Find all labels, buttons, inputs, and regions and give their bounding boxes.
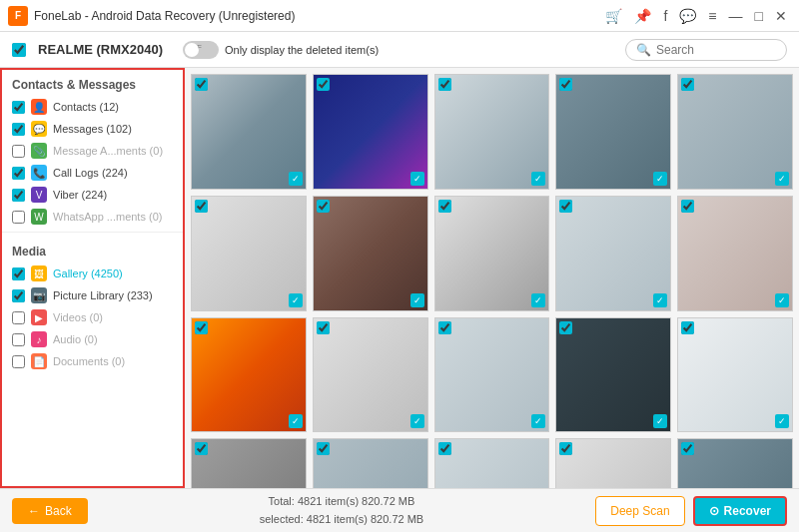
whatsapp-checkbox[interactable]	[12, 211, 25, 224]
photo-item-6[interactable]: ✓	[191, 196, 307, 311]
photo-checkbox-20[interactable]	[681, 442, 694, 455]
audio-checkbox[interactable]	[12, 333, 25, 346]
documents-checkbox[interactable]	[12, 355, 25, 368]
photo-check-indicator: ✓	[653, 293, 667, 307]
picture-library-checkbox[interactable]	[12, 289, 25, 302]
device-checkbox[interactable]	[12, 43, 26, 57]
messages-checkbox[interactable]	[12, 123, 25, 136]
photo-item-16[interactable]: ✓	[191, 438, 307, 488]
main-content: Contacts & Messages 👤 Contacts (12) 💬 Me…	[0, 68, 799, 488]
message-attachments-checkbox[interactable]	[12, 145, 25, 158]
cart-icon[interactable]: 🛒	[601, 6, 626, 26]
title-bar: F FoneLab - Android Data Recovery (Unreg…	[0, 0, 799, 32]
photo-checkbox-19[interactable]	[559, 442, 572, 455]
recover-button[interactable]: ⊙ Recover	[693, 496, 787, 526]
maximize-icon[interactable]: □	[751, 6, 767, 26]
search-input[interactable]	[656, 43, 776, 57]
photo-item-12[interactable]: ✓	[313, 317, 428, 433]
sidebar-item-contacts[interactable]: 👤 Contacts (12)	[2, 96, 183, 118]
menu-icon[interactable]: ≡	[704, 6, 720, 26]
photo-item-2[interactable]: ✓	[313, 74, 428, 190]
photo-item-17[interactable]: ✓	[313, 438, 428, 488]
photo-thumbnail	[314, 439, 427, 488]
photo-check-indicator: ✓	[653, 414, 667, 428]
photo-item-10[interactable]: ✓	[677, 196, 793, 311]
sidebar-item-picture-library[interactable]: 📷 Picture Library (233)	[2, 284, 183, 306]
photo-check-indicator: ✓	[531, 293, 545, 307]
photo-thumbnail	[556, 439, 670, 488]
toggle-description: Only display the deleted item(s)	[225, 44, 379, 56]
photo-checkbox-4[interactable]	[559, 78, 572, 91]
sidebar: Contacts & Messages 👤 Contacts (12) 💬 Me…	[0, 68, 185, 488]
photo-item-13[interactable]: ✓	[434, 317, 550, 433]
photo-checkbox-17[interactable]	[317, 442, 330, 455]
documents-label: Documents (0)	[53, 355, 125, 367]
back-button[interactable]: ← Back	[12, 498, 88, 524]
photo-checkbox-14[interactable]	[559, 321, 572, 334]
photo-checkbox-18[interactable]	[438, 442, 451, 455]
photo-item-14[interactable]: ✓	[555, 317, 671, 433]
photo-checkbox-7[interactable]	[317, 200, 330, 213]
photo-item-9[interactable]: ✓	[555, 196, 671, 311]
picture-library-label: Picture Library (233)	[53, 289, 153, 301]
gallery-checkbox[interactable]	[12, 267, 25, 280]
sidebar-item-videos[interactable]: ▶ Videos (0)	[2, 306, 183, 328]
call-logs-checkbox[interactable]	[12, 167, 25, 180]
photo-checkbox-12[interactable]	[317, 321, 330, 334]
photo-checkbox-8[interactable]	[438, 200, 451, 213]
search-icon: 🔍	[636, 43, 651, 57]
sidebar-item-documents[interactable]: 📄 Documents (0)	[2, 350, 183, 372]
audio-icon: ♪	[31, 331, 47, 347]
photo-item-15[interactable]: ✓	[677, 317, 793, 433]
sidebar-item-messages[interactable]: 💬 Messages (102)	[2, 118, 183, 140]
contacts-checkbox[interactable]	[12, 101, 25, 114]
facebook-icon[interactable]: f	[659, 6, 671, 26]
search-box[interactable]: 🔍	[625, 39, 787, 61]
photo-checkbox-9[interactable]	[559, 200, 572, 213]
sidebar-item-gallery[interactable]: 🖼 Gallery (4250)	[2, 263, 183, 284]
photo-thumbnail	[435, 439, 549, 488]
photo-checkbox-10[interactable]	[681, 200, 694, 213]
app-title: FoneLab - Android Data Recovery (Unregis…	[34, 9, 295, 23]
documents-icon: 📄	[31, 353, 47, 369]
photo-item-18[interactable]: ✓	[434, 438, 550, 488]
photo-checkbox-2[interactable]	[317, 78, 330, 91]
viber-label: Viber (224)	[53, 189, 107, 201]
photo-item-3[interactable]: ✓	[434, 74, 550, 190]
bottom-right-buttons: Deep Scan ⊙ Recover	[595, 496, 787, 526]
viber-checkbox[interactable]	[12, 189, 25, 202]
photo-item-7[interactable]: ✓	[313, 196, 428, 311]
photo-item-8[interactable]: ✓	[434, 196, 550, 311]
photo-checkbox-5[interactable]	[681, 78, 694, 91]
photo-item-20[interactable]: ✓	[677, 438, 793, 488]
sidebar-item-call-logs[interactable]: 📞 Call Logs (224)	[2, 162, 183, 184]
sidebar-item-audio[interactable]: ♪ Audio (0)	[2, 328, 183, 350]
photo-check-indicator: ✓	[410, 172, 424, 186]
photo-checkbox-15[interactable]	[681, 321, 694, 334]
call-logs-label: Call Logs (224)	[53, 167, 128, 179]
photo-item-1[interactable]: ✓	[191, 74, 307, 190]
videos-checkbox[interactable]	[12, 311, 25, 324]
sidebar-item-viber[interactable]: V Viber (224)	[2, 184, 183, 206]
deep-scan-button[interactable]: Deep Scan	[595, 496, 684, 526]
sidebar-item-message-attachments[interactable]: 📎 Message A...ments (0)	[2, 140, 183, 162]
sidebar-divider	[2, 232, 183, 233]
pin-icon[interactable]: 📌	[630, 6, 655, 26]
minimize-icon[interactable]: —	[725, 6, 747, 26]
photo-checkbox-11[interactable]	[195, 321, 208, 334]
title-bar-left: F FoneLab - Android Data Recovery (Unreg…	[8, 6, 295, 26]
photo-item-19[interactable]: ✓	[555, 438, 671, 488]
photo-checkbox-3[interactable]	[438, 78, 451, 91]
photo-item-4[interactable]: ✓	[555, 74, 671, 190]
photo-checkbox-1[interactable]	[195, 78, 208, 91]
photo-checkbox-13[interactable]	[438, 321, 451, 334]
photo-checkbox-16[interactable]	[195, 442, 208, 455]
photo-item-5[interactable]: ✓	[677, 74, 793, 190]
photo-checkbox-6[interactable]	[195, 200, 208, 213]
photo-item-11[interactable]: ✓	[191, 317, 307, 433]
sidebar-item-whatsapp[interactable]: W WhatsApp ...ments (0)	[2, 206, 183, 228]
deleted-toggle[interactable]: OFF	[183, 41, 219, 59]
close-icon[interactable]: ✕	[771, 6, 791, 26]
photo-area[interactable]: ✓✓✓✓✓✓✓✓✓✓✓✓✓✓✓✓✓✓✓✓	[185, 68, 799, 488]
chat-icon[interactable]: 💬	[675, 6, 700, 26]
